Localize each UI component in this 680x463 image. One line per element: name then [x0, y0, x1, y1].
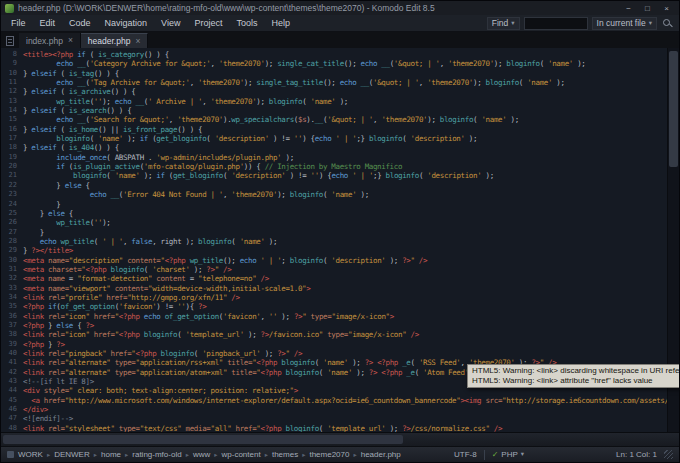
line-number: 48	[1, 424, 23, 432]
breadcrumb-separator-icon: ▸	[214, 451, 217, 459]
code-line[interactable]: 12} elseif ( is_archive() ) {	[1, 87, 679, 96]
menu-item-file[interactable]: File	[4, 18, 33, 28]
close-icon[interactable]: ×	[658, 3, 675, 14]
line-number: 11	[1, 78, 23, 87]
code-line[interactable]: 37<?php } else { ?>	[1, 321, 679, 330]
line-number: 26	[1, 218, 23, 227]
code-text: <a href="http://www.microsoft.com/window…	[23, 396, 679, 405]
vertical-scrollbar-thumb[interactable]	[669, 51, 678, 167]
line-number: 33	[1, 284, 23, 293]
line-number: 10	[1, 69, 23, 78]
code-line[interactable]: 31<meta charset="<?php bloginfo( 'charse…	[1, 265, 679, 274]
menu-item-edit[interactable]: Edit	[33, 18, 63, 28]
code-text: } elseif ( is_archive() ) {	[23, 87, 679, 96]
code-line[interactable]: 38<link rel="icon" href="<?php bloginfo(…	[1, 330, 679, 339]
code-line[interactable]: 33<meta name="viewport" content="width=d…	[1, 284, 679, 293]
line-number: 12	[1, 87, 23, 96]
breadcrumb-item[interactable]: theme2070	[308, 450, 350, 459]
code-text: } elseif ( is_404() ) {	[23, 143, 679, 152]
code-line[interactable]: 45 <a href="http://www.microsoft.com/win…	[1, 396, 679, 405]
breadcrumb-item[interactable]: www	[192, 450, 211, 459]
breadcrumb-item[interactable]: home	[100, 450, 122, 459]
language-indicator[interactable]: ✓PHP▾	[492, 450, 524, 459]
code-line[interactable]: 36<link rel="icon" href="<?php echo of_g…	[1, 312, 679, 321]
line-number: 37	[1, 321, 23, 330]
line-number: 18	[1, 143, 23, 152]
find-scope-dropdown[interactable]: In current file▾	[592, 17, 657, 30]
code-line[interactable]: 8<title><?php if ( is_category() ) {	[1, 50, 679, 59]
line-number: 43	[1, 377, 23, 386]
tab-header.php[interactable]: header.php×	[81, 33, 149, 48]
code-text: bloginfo( 'name' ); if (get_bloginfo( 'd…	[23, 134, 679, 143]
code-line[interactable]: 40<link rel="pingback" href="<?php blogi…	[1, 349, 679, 358]
line-number: 32	[1, 274, 23, 283]
code-line[interactable]: 13 wp_title(''); echo __(' Archive | ', …	[1, 97, 679, 106]
code-line[interactable]: 46</div>	[1, 405, 679, 414]
code-text: wp_title('');	[23, 218, 679, 227]
menu-item-navigation[interactable]: Navigation	[98, 18, 155, 28]
code-line[interactable]: 47<![endif]-->	[1, 414, 679, 423]
breadcrumb-separator-icon: ▸	[265, 451, 268, 459]
find-button[interactable]: Find▾	[487, 17, 520, 30]
syntax-check-ok-icon: ✓	[492, 450, 499, 459]
menu-item-code[interactable]: Code	[62, 18, 98, 28]
code-line[interactable]: 25 } else {	[1, 209, 679, 218]
code-line[interactable]: 11 echo __('Tag Archive for &quot;', 'th…	[1, 78, 679, 87]
menu-item-project[interactable]: Project	[187, 18, 229, 28]
find-input[interactable]	[524, 17, 588, 30]
breadcrumb-item[interactable]: wp-content	[221, 450, 262, 459]
code-line[interactable]: 28 echo wp_title( ' | ', false, right );…	[1, 237, 679, 246]
code-line[interactable]: 29} ?></title>	[1, 246, 679, 255]
code-line[interactable]: 9 echo __('Category Archive for &quot;',…	[1, 59, 679, 68]
minimize-icon[interactable]: −	[620, 3, 637, 14]
code-line[interactable]: 18} elseif ( is_404() ) {	[1, 143, 679, 152]
menu-item-help[interactable]: Help	[264, 18, 297, 28]
menu-item-tools[interactable]: Tools	[229, 18, 264, 28]
code-text: <?php } ?>	[23, 340, 679, 349]
menu-item-view[interactable]: View	[154, 18, 187, 28]
code-text: echo __('Error 404 Not Found | ', 'theme…	[23, 190, 679, 199]
line-number: 39	[1, 340, 23, 349]
breadcrumb-item[interactable]: rating-mfo-old	[131, 450, 182, 459]
code-line[interactable]: 26 wp_title('');	[1, 218, 679, 227]
horizontal-scrollbar-thumb[interactable]	[3, 435, 403, 444]
tab-close-icon[interactable]: ×	[135, 37, 140, 46]
code-line[interactable]: 30<meta name="description" content="<?ph…	[1, 256, 679, 265]
breadcrumb-item[interactable]: DENWER	[53, 450, 91, 459]
code-line[interactable]: 34<link rel="profile" href="http://gmpg.…	[1, 293, 679, 302]
tab-label: header.php	[88, 36, 131, 46]
code-line[interactable]: 21 bloginfo( 'name' ); if (get_bloginfo(…	[1, 171, 679, 180]
code-line[interactable]: 10} elseif ( is_tag() ) {	[1, 69, 679, 78]
tab-label: index.php	[26, 36, 63, 46]
find-scope-label: In current file	[597, 18, 646, 28]
resize-grip[interactable]	[664, 450, 673, 459]
code-line[interactable]: 23 echo __('Error 404 Not Found | ', 'th…	[1, 190, 679, 199]
tab-index.php[interactable]: index.php×	[19, 33, 81, 48]
code-line[interactable]: 24 }	[1, 200, 679, 209]
code-line[interactable]: 15 echo __('Search for &quot;', 'theme20…	[1, 115, 679, 124]
breadcrumb-separator-icon: ▸	[94, 451, 97, 459]
encoding-indicator[interactable]: UTF-8	[454, 450, 477, 459]
code-line[interactable]: 22 } else {	[1, 181, 679, 190]
code-line[interactable]: 14} elseif ( is_search() ) {	[1, 106, 679, 115]
code-line[interactable]: 19 include_once( ABSPATH . 'wp-admin/inc…	[1, 153, 679, 162]
cursor-position[interactable]: Ln: 1 Col: 1	[616, 450, 657, 459]
code-line[interactable]: 16} elseif ( is_home() || is_front_page(…	[1, 125, 679, 134]
breadcrumb: WORK▸DENWER▸home▸rating-mfo-old▸www▸wp-c…	[17, 450, 402, 459]
code-line[interactable]: 48<link rel="stylesheet" type="text/css"…	[1, 424, 679, 432]
tab-close-icon[interactable]: ×	[68, 36, 73, 45]
breadcrumb-item[interactable]: themes	[271, 450, 299, 459]
maximize-icon[interactable]: □	[639, 3, 656, 14]
code-line[interactable]: 20 if (is_plugin_active('mfo-catalog/plu…	[1, 162, 679, 171]
code-line[interactable]: 39<?php } ?>	[1, 340, 679, 349]
code-line[interactable]: 17 bloginfo( 'name' ); if (get_bloginfo(…	[1, 134, 679, 143]
code-line[interactable]: 35<?php if(of_get_option('favicon') != '…	[1, 302, 679, 311]
breadcrumb-item[interactable]: WORK	[17, 450, 44, 459]
file-list-icon[interactable]	[6, 36, 14, 46]
line-number: 47	[1, 414, 23, 423]
code-line[interactable]: 32<meta name = "format-detection" conten…	[1, 274, 679, 283]
horizontal-scrollbar[interactable]	[1, 432, 679, 446]
breadcrumb-item[interactable]: header.php	[360, 450, 402, 459]
search-icon[interactable]	[661, 17, 673, 29]
code-line[interactable]: 27 }	[1, 228, 679, 237]
